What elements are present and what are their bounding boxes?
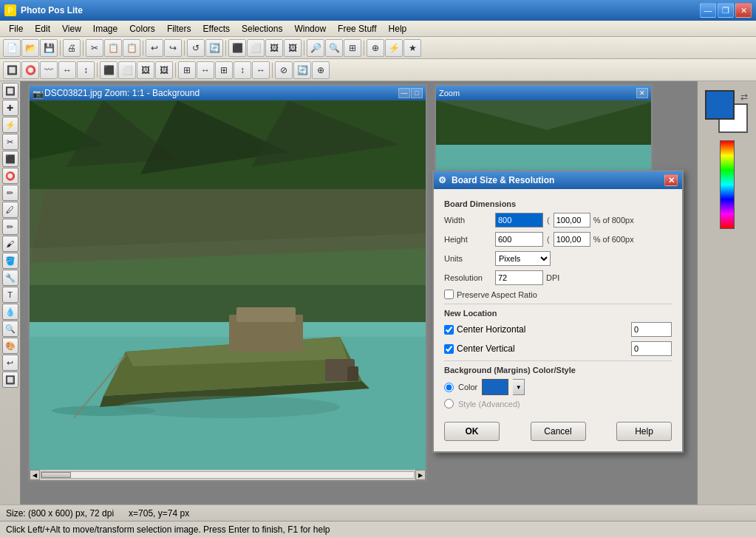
dialog-close-btn[interactable]: ✕ xyxy=(664,174,678,186)
width-input[interactable] xyxy=(495,213,543,228)
tb-undo[interactable]: ↩ xyxy=(146,39,163,57)
zoom-close-btn[interactable]: ✕ xyxy=(636,88,648,98)
menu-free-stuff[interactable]: Free Stuff xyxy=(332,22,382,35)
center-horizontal-label[interactable]: Center Horizontal xyxy=(457,324,628,335)
lt-ellipse[interactable]: ⭕ xyxy=(2,168,18,184)
tb2-b4[interactable]: 🖼 xyxy=(155,61,173,79)
tb2-c5[interactable]: ↔ xyxy=(252,61,270,79)
maximize-button[interactable]: ❐ xyxy=(718,3,734,18)
lt-lasso[interactable]: ⚡ xyxy=(2,117,18,133)
menu-window[interactable]: Window xyxy=(288,22,332,35)
lt-magic-wand[interactable]: ✂ xyxy=(2,134,18,150)
menu-effects[interactable]: Effects xyxy=(197,22,236,35)
tb-effects1[interactable]: ⊕ xyxy=(367,39,384,57)
lt-eyedrop[interactable]: 🎨 xyxy=(2,338,18,354)
tb-fit[interactable]: ⊞ xyxy=(344,39,361,57)
color-radio[interactable] xyxy=(444,383,454,392)
tb2-flip-h[interactable]: ↔ xyxy=(58,61,76,79)
lt-brush[interactable]: 🖊 xyxy=(2,202,18,218)
lt-shape[interactable]: 🔲 xyxy=(2,372,18,388)
color-picker-btn[interactable] xyxy=(482,379,508,395)
tb-rotate-right[interactable]: 🔄 xyxy=(205,39,223,57)
fg-color-swatch[interactable] xyxy=(705,90,735,120)
center-horizontal-input[interactable] xyxy=(631,322,672,337)
lt-text[interactable]: T xyxy=(2,287,18,303)
menu-image[interactable]: Image xyxy=(87,22,123,35)
color-gradient-bar[interactable] xyxy=(720,140,735,229)
center-vertical-input[interactable] xyxy=(631,341,672,356)
tb2-c1[interactable]: ⊞ xyxy=(178,61,196,79)
preserve-aspect-checkbox[interactable] xyxy=(444,290,454,299)
tb-copy2[interactable]: ⬜ xyxy=(247,39,265,57)
height-percent-input[interactable] xyxy=(554,232,590,247)
lt-zoom[interactable]: 🔍 xyxy=(2,321,18,337)
tb-print[interactable]: 🖨 xyxy=(63,39,81,57)
tb-crop[interactable]: ⬛ xyxy=(228,39,246,57)
tb-cut[interactable]: ✂ xyxy=(86,39,103,57)
tb2-sel2[interactable]: ⭕ xyxy=(21,61,39,79)
tb2-sel3[interactable]: 〰 xyxy=(40,61,58,79)
lt-clone[interactable]: 🔧 xyxy=(2,270,18,286)
resolution-input[interactable] xyxy=(495,270,543,285)
ok-button[interactable]: OK xyxy=(444,422,500,441)
tb2-add[interactable]: ⊕ xyxy=(312,61,330,79)
tb-new[interactable]: 📄 xyxy=(3,39,21,57)
image-minimize-btn[interactable]: — xyxy=(398,88,410,98)
hscroll-thumb[interactable] xyxy=(41,472,71,478)
tb-save2[interactable]: 🖼 xyxy=(284,39,302,57)
lt-eraser[interactable]: ✏ xyxy=(2,219,18,235)
tb2-c4[interactable]: ↕ xyxy=(234,61,251,79)
tb2-reset[interactable]: ⊘ xyxy=(275,61,293,79)
tb-open[interactable]: 📂 xyxy=(21,39,39,57)
lt-move[interactable]: ✚ xyxy=(2,100,18,116)
menu-edit[interactable]: Edit xyxy=(29,22,56,35)
tb2-b2[interactable]: ⬜ xyxy=(118,61,136,79)
lt-fill[interactable]: 🪣 xyxy=(2,253,18,269)
style-radio-label[interactable]: Style (Advanced) xyxy=(458,400,520,408)
tb-effects2[interactable]: ⚡ xyxy=(385,39,403,57)
tb-paste[interactable]: 📋 xyxy=(123,39,140,57)
style-radio[interactable] xyxy=(444,399,454,408)
menu-help[interactable]: Help xyxy=(383,22,413,35)
menu-selections[interactable]: Selections xyxy=(236,22,288,35)
tb-rotate-left[interactable]: ↺ xyxy=(187,39,205,57)
color-dropdown-btn[interactable]: ▼ xyxy=(513,379,525,395)
hscroll-left[interactable]: ◀ xyxy=(30,470,40,480)
hscroll-track[interactable] xyxy=(41,471,415,479)
tb2-rotate[interactable]: 🔄 xyxy=(293,61,311,79)
hscroll-right[interactable]: ▶ xyxy=(415,470,426,480)
menu-colors[interactable]: Colors xyxy=(123,22,161,35)
tb-zoom-in[interactable]: 🔎 xyxy=(307,39,324,57)
tb2-sel1[interactable]: 🔲 xyxy=(3,61,21,79)
help-button[interactable]: Help xyxy=(616,422,672,441)
tb-paste2[interactable]: 🖼 xyxy=(265,39,283,57)
units-select[interactable]: Pixels Inches Centimeters xyxy=(495,251,551,266)
tb2-b1[interactable]: ⬛ xyxy=(100,61,118,79)
lt-crop[interactable]: ⬛ xyxy=(2,151,18,167)
tb2-c2[interactable]: ↔ xyxy=(197,61,214,79)
lt-gradient[interactable]: ↩ xyxy=(2,355,18,371)
lt-select[interactable]: 🔲 xyxy=(2,83,18,99)
tb-zoom-out[interactable]: 🔍 xyxy=(325,39,343,57)
tb2-flip-v[interactable]: ↕ xyxy=(77,61,95,79)
center-vertical-checkbox[interactable] xyxy=(444,344,454,354)
center-vertical-label[interactable]: Center Vertical xyxy=(457,343,628,354)
image-maximize-btn[interactable]: □ xyxy=(411,88,423,98)
color-radio-label[interactable]: Color xyxy=(458,383,477,391)
menu-view[interactable]: View xyxy=(56,22,87,35)
preserve-aspect-label[interactable]: Preserve Aspect Ratio xyxy=(457,290,537,299)
menu-file[interactable]: File xyxy=(3,22,29,35)
tb-star[interactable]: ★ xyxy=(403,39,421,57)
cancel-button[interactable]: Cancel xyxy=(531,422,586,441)
center-horizontal-checkbox[interactable] xyxy=(444,325,454,335)
tb-copy[interactable]: 📋 xyxy=(104,39,122,57)
tb2-c3[interactable]: ⊞ xyxy=(215,61,233,79)
tb-save[interactable]: 💾 xyxy=(40,39,58,57)
lt-blur[interactable]: 💧 xyxy=(2,304,18,320)
color-switch-icon[interactable]: ⇄ xyxy=(740,92,748,102)
menu-filters[interactable]: Filters xyxy=(161,22,197,35)
lt-pen[interactable]: ✏ xyxy=(2,185,18,201)
width-percent-input[interactable] xyxy=(554,213,590,228)
height-input[interactable] xyxy=(495,232,543,247)
minimize-button[interactable]: — xyxy=(700,3,716,18)
